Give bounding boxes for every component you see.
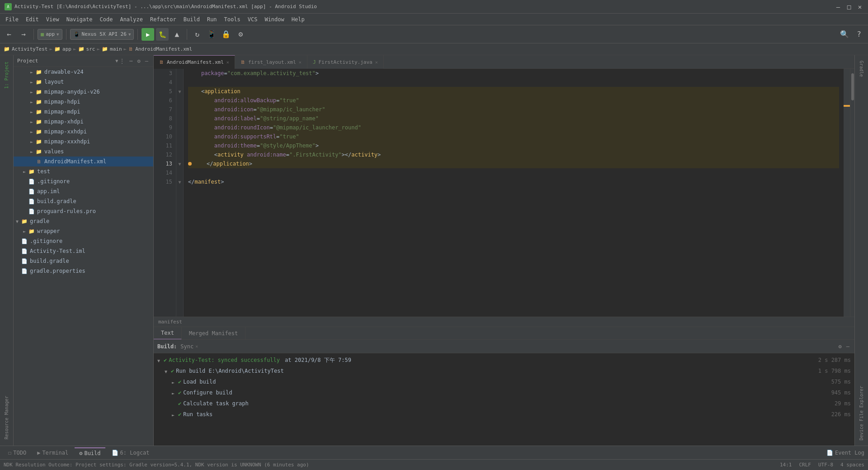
breadcrumb-activitytest[interactable]: 📁 ActivityTest — [4, 46, 47, 52]
expand-arrow-6[interactable]: ► — [172, 409, 176, 420]
code-content[interactable]: package = "com.example.activity_test" > … — [184, 69, 844, 317]
build-tab[interactable]: ⚙ Build — [75, 447, 105, 458]
expand-arrow[interactable]: ► — [28, 68, 35, 76]
resource-manager-toggle[interactable]: Resource Manager — [2, 392, 11, 443]
tab-first-layout-close[interactable]: ✕ — [299, 60, 302, 65]
sdk-button[interactable]: 🔒 — [220, 28, 232, 41]
build-panel-sync-tab[interactable]: Sync ✕ — [177, 342, 202, 351]
tab-firstactivity[interactable]: J FirstActivity.java ✕ — [307, 55, 384, 69]
breadcrumb-main[interactable]: 📁 main — [102, 46, 122, 52]
menu-refactor[interactable]: Refactor — [146, 15, 180, 24]
tree-item-mipmap-hdpi[interactable]: ► 📁 mipmap-hdpi — [14, 97, 153, 107]
indent-info[interactable]: 4 spaces — [840, 462, 864, 468]
menu-run[interactable]: Run — [203, 15, 221, 24]
sync-tab-close[interactable]: ✕ — [195, 344, 198, 349]
todo-tab[interactable]: ☐ TODO — [4, 447, 31, 458]
expand-arrow[interactable]: ► — [28, 118, 35, 125]
device-combo[interactable]: 📱 Nexus 5X API 26 ▼ — [70, 29, 134, 40]
tab-androidmanifest-close[interactable]: ✕ — [226, 60, 229, 65]
cursor-position[interactable]: 14:1 — [780, 462, 792, 468]
expand-arrow-3[interactable]: ► — [172, 377, 176, 388]
device-file-explorer-toggle[interactable]: Device File Explorer — [857, 382, 866, 444]
tree-item-mipmap-mdpi[interactable]: ► 📁 mipmap-mdpi — [14, 107, 153, 117]
expand-arrow[interactable]: ▼ — [14, 218, 21, 225]
line-ending[interactable]: CRLF — [799, 462, 811, 468]
expand-arrow[interactable]: ► — [28, 88, 35, 95]
breadcrumb-app[interactable]: 📁 app — [54, 46, 71, 52]
event-log-button[interactable]: 📄 Event Log — [826, 450, 864, 456]
expand-arrow-4[interactable]: ► — [172, 388, 176, 399]
menu-view[interactable]: View — [42, 15, 63, 24]
menu-window[interactable]: Window — [261, 15, 288, 24]
expand-arrow[interactable]: ► — [28, 108, 35, 115]
terminal-tab[interactable]: ▶ Terminal — [33, 447, 73, 458]
expand-arrow[interactable]: ► — [21, 168, 28, 175]
project-combo[interactable]: ■ app ▼ — [38, 29, 62, 40]
fold-row-15[interactable]: ▼ — [176, 177, 183, 186]
tab-androidmanifest[interactable]: 🗎 AndroidManifest.xml ✕ — [154, 55, 235, 69]
profile-button[interactable]: ▲ — [170, 28, 183, 41]
debug-button[interactable]: 🐛 — [156, 28, 169, 41]
sync-button[interactable]: ↻ — [191, 28, 203, 41]
tree-item-mipmap-xxhdpi[interactable]: ► 📁 mipmap-xxhdpi — [14, 127, 153, 137]
menu-build[interactable]: Build — [180, 15, 203, 24]
code-editor[interactable]: 3 4 5 6 7 8 9 10 11 12 13 14 15 ▼ — [154, 69, 854, 317]
menu-analyze[interactable]: Analyze — [116, 15, 146, 24]
tab-merged-manifest[interactable]: Merged Manifest — [182, 327, 245, 340]
tree-item-androidmanifest[interactable]: ► 🗎 AndroidManifest.xml — [14, 157, 153, 166]
menu-code[interactable]: Code — [96, 15, 117, 24]
settings-button[interactable]: ⚙ — [234, 28, 247, 41]
breadcrumb-androidmanifest[interactable]: 🗎 AndroidManifest.xml — [128, 46, 192, 52]
sidebar-collapse-btn[interactable]: ⋯ — [128, 57, 134, 65]
run-button[interactable]: ▶ — [142, 28, 154, 41]
menu-vcs[interactable]: VCS — [244, 15, 261, 24]
tree-item-mipmap-xhdpi[interactable]: ► 📁 mipmap-xhdpi — [14, 117, 153, 127]
encoding[interactable]: UTF-8 — [818, 462, 833, 468]
tree-item-values[interactable]: ► 📁 values — [14, 147, 153, 157]
expand-arrow-2[interactable]: ▼ — [165, 366, 169, 377]
forward-button[interactable]: → — [17, 28, 30, 41]
editor-scrollbar[interactable] — [850, 69, 854, 317]
sidebar-settings-btn[interactable]: ⚙ — [136, 57, 142, 65]
sidebar-locate-btn[interactable]: ⋮ — [118, 57, 126, 65]
tree-item-drawable[interactable]: ► 📁 drawable-v24 — [14, 67, 153, 77]
back-button[interactable]: ← — [3, 28, 15, 41]
tree-item-proguard[interactable]: ► 📄 proguard-rules.pro — [14, 206, 153, 216]
tree-item-mipmap-xxxhdpi[interactable]: ► 📁 mipmap-xxxhdpi — [14, 137, 153, 147]
logcat-tab[interactable]: 📄 6: Logcat — [107, 447, 154, 458]
panel-minimize-btn[interactable]: ― — [845, 343, 851, 350]
tree-item-gradle[interactable]: ▼ 📁 gradle — [14, 216, 153, 226]
tree-item-test[interactable]: ► 📁 test — [14, 166, 153, 176]
tree-item-layout[interactable]: ► 📁 layout — [14, 77, 153, 87]
close-button[interactable]: ✕ — [856, 3, 863, 10]
panel-settings-btn[interactable]: ⚙ — [837, 343, 843, 350]
tree-item-buildgradle1[interactable]: ► 📄 build.gradle — [14, 196, 153, 206]
tree-item-buildgradle2[interactable]: ► 📄 build.gradle — [14, 256, 153, 266]
expand-arrow[interactable]: ► — [28, 78, 35, 85]
tree-item-activitytest-iml[interactable]: ► 📄 Activity-Test.iml — [14, 246, 153, 256]
expand-arrow[interactable]: ► — [28, 138, 35, 145]
tree-item-mipmap-anydpi[interactable]: ► 📁 mipmap-anydpi-v26 — [14, 87, 153, 97]
fold-row-5[interactable]: ▼ — [176, 87, 183, 96]
tree-item-gitignore2[interactable]: ► 📄 .gitignore — [14, 236, 153, 246]
expand-arrow-1[interactable]: ▼ — [157, 355, 162, 366]
search-everywhere-button[interactable]: 🔍 — [838, 28, 851, 41]
fold-row-13[interactable]: ▼ — [176, 159, 183, 168]
menu-navigate[interactable]: Navigate — [63, 15, 96, 24]
breadcrumb-src[interactable]: 📁 src — [78, 46, 95, 52]
tab-firstactivity-close[interactable]: ✕ — [375, 60, 378, 65]
expand-arrow[interactable]: ► — [28, 148, 35, 155]
scrollbar-thumb[interactable] — [851, 73, 854, 100]
avd-button[interactable]: 📱 — [205, 28, 218, 41]
minimize-button[interactable]: — — [835, 3, 842, 10]
menu-help[interactable]: Help — [288, 15, 308, 24]
menu-tools[interactable]: Tools — [221, 15, 244, 24]
tree-item-gitignore1[interactable]: ► 📄 .gitignore — [14, 176, 153, 186]
gradle-panel-toggle[interactable]: Gradle — [857, 57, 866, 81]
tab-first-layout[interactable]: 🗎 first_layout.xml ✕ — [235, 55, 307, 69]
sidebar-minimize-btn[interactable]: ― — [144, 57, 150, 65]
tree-item-wrapper[interactable]: ► 📁 wrapper — [14, 226, 153, 236]
tree-item-appiml[interactable]: ► 📄 app.iml — [14, 186, 153, 196]
help-button[interactable]: ? — [853, 28, 865, 41]
tree-item-gradleprops[interactable]: ► 📄 gradle.properties — [14, 266, 153, 276]
